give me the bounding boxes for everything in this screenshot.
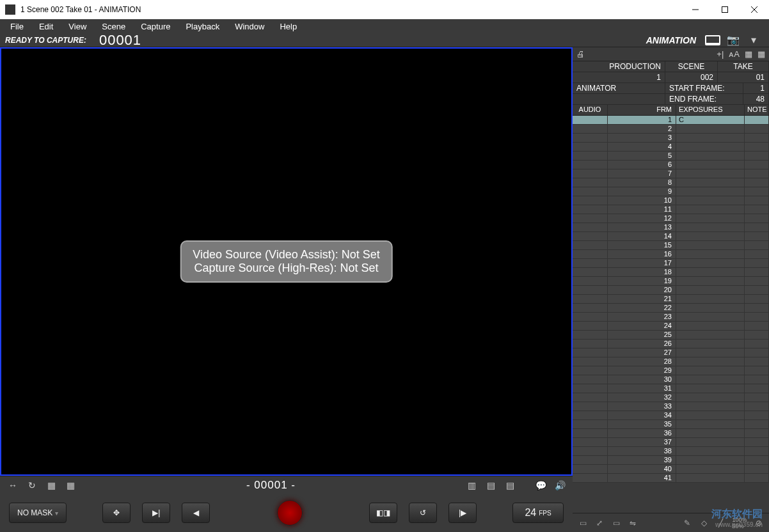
chat-icon[interactable]: 💬 (534, 480, 547, 490)
take-value[interactable]: 01 (718, 72, 769, 82)
xsheet-row[interactable]: 41 (573, 474, 769, 483)
xsheet-row[interactable]: 1C (573, 116, 769, 125)
xsheet-row[interactable]: 9 (573, 187, 769, 196)
speaker-icon[interactable]: 🔊 (553, 480, 566, 490)
frame-indicator: - 00001 - (246, 479, 296, 492)
xsheet-row[interactable]: 39 (573, 456, 769, 465)
list-view-icon[interactable]: ▦ (745, 49, 752, 59)
grid-small-icon[interactable]: ▦ (45, 480, 58, 490)
menu-view[interactable]: View (61, 20, 94, 33)
menu-file[interactable]: File (3, 20, 31, 33)
split-button[interactable]: ◧◨ (369, 503, 397, 523)
fps-button[interactable]: 24 FPS (512, 503, 564, 523)
close-button[interactable] (740, 0, 769, 19)
menu-playback[interactable]: Playback (178, 20, 227, 33)
xsheet-row[interactable]: 38 (573, 447, 769, 456)
production-value[interactable]: 1 (573, 72, 665, 82)
step-back-button[interactable]: ▶| (142, 503, 170, 523)
xsheet-row[interactable]: 26 (573, 340, 769, 348)
rotate-icon[interactable]: ↻ (26, 480, 38, 490)
xsheet-row[interactable]: 34 (573, 411, 769, 420)
text-size-icon[interactable]: ᴀA (729, 49, 740, 59)
menu-capture[interactable]: Capture (133, 20, 178, 33)
start-frame-value[interactable]: 1 (743, 83, 769, 93)
minimize-button[interactable] (681, 0, 710, 19)
xsheet-row[interactable]: 13 (573, 223, 769, 232)
step-forward-button[interactable]: |▶ (448, 503, 477, 523)
tool-frame-icon[interactable]: ▭ (610, 518, 622, 528)
app-icon (5, 4, 15, 15)
xsheet-row[interactable]: 36 (573, 429, 769, 438)
xsheet-row[interactable]: 32 (573, 393, 769, 402)
eraser-icon[interactable]: ◇ (697, 518, 710, 528)
xsheet-row[interactable]: 30 (573, 375, 769, 384)
clear-icon[interactable]: ⊘ (752, 518, 765, 528)
scene-value[interactable]: 002 (665, 72, 718, 82)
xsheet-row[interactable]: 33 (573, 402, 769, 411)
menu-help[interactable]: Help (272, 20, 305, 33)
loop-button[interactable]: ↺ (409, 503, 437, 523)
xsheet-row[interactable]: 4 (573, 143, 769, 152)
xsheet-row[interactable]: 6 (573, 160, 769, 169)
play-reverse-button[interactable]: ◀ (182, 503, 210, 523)
xsheet-row[interactable]: 2 (573, 125, 769, 134)
tool-rect-icon[interactable]: ▭ (576, 518, 589, 528)
xsheet-row[interactable]: 20 (573, 286, 769, 295)
xsheet-row[interactable]: 23 (573, 313, 769, 322)
sheet-icon[interactable]: ▤ (503, 480, 516, 490)
xsheet-row[interactable]: 14 (573, 232, 769, 241)
tool-flip-icon[interactable]: ⇋ (626, 518, 639, 528)
xsheet-row[interactable]: 18 (573, 268, 769, 277)
tool-expand-icon[interactable]: ⤢ (593, 518, 606, 528)
xsheet-row[interactable]: 17 (573, 259, 769, 268)
filmstrip-icon[interactable]: ▤ (484, 480, 497, 490)
xsheet-row[interactable]: 10 (573, 196, 769, 205)
xsheet-row[interactable]: 25 (573, 331, 769, 340)
line-icon[interactable]: ╱ (714, 518, 727, 528)
mask-button[interactable]: NO MASK ▾ (9, 503, 67, 523)
end-frame-value[interactable]: 48 (743, 94, 769, 104)
xsheet-row[interactable]: 31 (573, 384, 769, 393)
xsheet-row[interactable]: 40 (573, 465, 769, 474)
grid-view-icon[interactable]: ▦ (757, 49, 765, 59)
menu-window[interactable]: Window (227, 20, 272, 33)
xsheet-row[interactable]: 19 (573, 277, 769, 286)
print-icon[interactable]: 🖨 (576, 49, 585, 59)
xsheet-row[interactable]: 22 (573, 304, 769, 313)
xsheet-row[interactable]: 7 (573, 169, 769, 178)
xsheet-row[interactable]: 8 (573, 178, 769, 187)
xsheet-row[interactable]: 11 (573, 205, 769, 214)
add-icon[interactable]: +| (717, 49, 724, 59)
move-button[interactable]: ✥ (102, 503, 131, 523)
xsheet-row[interactable]: 24 (573, 322, 769, 331)
xsheet[interactable]: 1C23456789101112131415161718192021222324… (573, 116, 769, 513)
xsheet-row[interactable]: 29 (573, 366, 769, 375)
xsheet-row[interactable]: 16 (573, 250, 769, 259)
camera-icon[interactable]: 📷 (725, 35, 741, 46)
scene-info: PRODUCTION SCENE TAKE 1 002 01 ANIMATOR … (573, 61, 769, 105)
xsheet-row[interactable]: 27 (573, 348, 769, 357)
xsheet-row[interactable]: 28 (573, 357, 769, 366)
menu-scene[interactable]: Scene (94, 20, 133, 33)
xsheet-row[interactable]: 12 (573, 214, 769, 223)
animator-value[interactable] (573, 94, 665, 104)
timeline-icon[interactable]: ▥ (465, 480, 478, 490)
maximize-button[interactable] (710, 0, 740, 19)
xsheet-row[interactable]: 15 (573, 241, 769, 250)
xsheet-row[interactable]: 21 (573, 295, 769, 304)
dropdown-icon[interactable]: ▾ (745, 35, 762, 46)
menu-edit[interactable]: Edit (31, 20, 61, 33)
grid-large-icon[interactable]: ▦ (64, 480, 77, 490)
zoom-label[interactable]: 100%50% (731, 518, 749, 528)
xsheet-row[interactable]: 35 (573, 420, 769, 429)
record-button[interactable] (277, 500, 303, 526)
mask-label: NO MASK (17, 508, 52, 517)
arrows-horizontal-icon[interactable]: ↔ (6, 480, 19, 490)
viewport[interactable]: Video Source (Video Assist): Not Set Cap… (0, 47, 573, 476)
xsheet-row[interactable]: 3 (573, 134, 769, 143)
xsheet-row[interactable]: 5 (573, 152, 769, 160)
mode-label: ANIMATION (646, 35, 696, 45)
xsheet-row[interactable]: 37 (573, 438, 769, 447)
monitor-icon[interactable] (704, 35, 721, 46)
pencil-icon[interactable]: ✎ (681, 518, 694, 528)
